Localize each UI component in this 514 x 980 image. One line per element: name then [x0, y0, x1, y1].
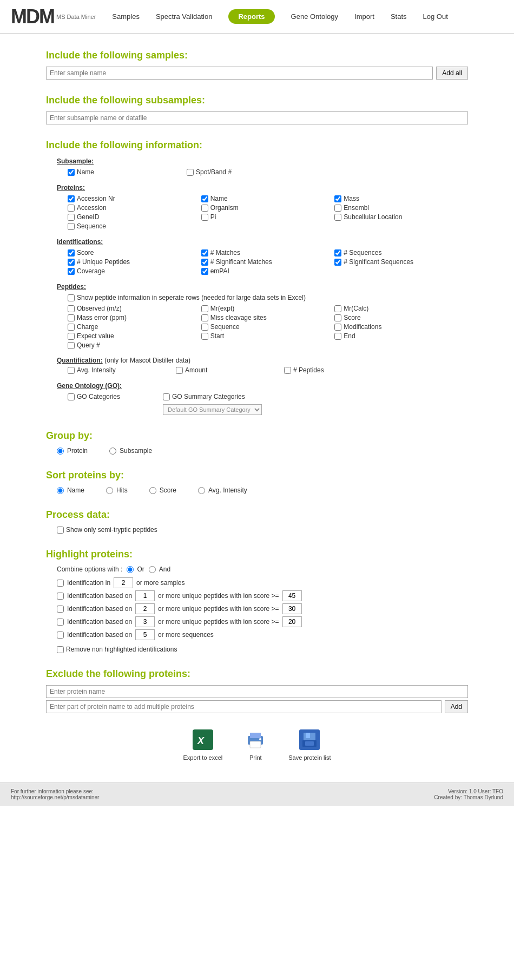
cb-go-summary[interactable]: GO Summary Categories — [163, 393, 262, 400]
ident-col3: # Sequences # Significant Sequences — [334, 249, 468, 277]
cb-unique-peptides[interactable]: # Unique Peptides — [68, 258, 201, 266]
cb-highlight-1[interactable] — [57, 580, 64, 587]
input-ident-based-2[interactable] — [135, 603, 155, 614]
nav-gene-ontology[interactable]: Gene Ontology — [291, 12, 338, 21]
cb-query[interactable]: Query # — [68, 341, 201, 349]
cb-highlight-4[interactable] — [57, 619, 64, 626]
radio-combine-or[interactable]: Or — [127, 565, 144, 573]
cb-ensembl[interactable]: Ensembl — [334, 204, 468, 212]
cb-subcellular[interactable]: Subcellular Location — [334, 213, 468, 221]
nav-stats[interactable]: Stats — [391, 12, 407, 21]
nav-reports[interactable]: Reports — [228, 9, 274, 24]
add-all-button[interactable]: Add all — [436, 67, 468, 80]
nav-import[interactable]: Import — [354, 12, 374, 21]
save-protein-list-label: Save protein list — [288, 754, 331, 761]
cb-name-prot[interactable]: Name — [201, 195, 335, 202]
cb-avg-intensity[interactable]: Avg. Intensity — [68, 366, 154, 374]
cb-score-pep[interactable]: Score — [334, 314, 468, 321]
cb-coverage[interactable]: Coverage — [68, 267, 201, 275]
cb-charge[interactable]: Charge — [68, 323, 201, 331]
highlight-row-2: Identification based on or more unique p… — [57, 590, 468, 601]
cb-semi-tryptic[interactable]: Show only semi-tryptic peptides — [57, 526, 468, 534]
input-ident-in[interactable] — [114, 577, 133, 588]
cb-accession-nr[interactable]: Accession Nr — [68, 195, 201, 202]
cb-num-peptides[interactable]: # Peptides — [284, 366, 371, 374]
cb-sequences[interactable]: # Sequences — [334, 249, 468, 256]
export-excel-label: Export to excel — [183, 754, 222, 761]
combine-row: Combine options with : Or And — [57, 565, 468, 573]
input-ident-based-1[interactable] — [135, 590, 155, 601]
cb-mass[interactable]: Mass — [334, 195, 468, 202]
exclude-protein-input[interactable] — [46, 685, 468, 698]
sort-by-title: Sort proteins by: — [46, 470, 468, 481]
svg-text:X: X — [197, 735, 205, 746]
nav-spectra[interactable]: Spectra Validation — [156, 12, 213, 21]
svg-rect-4 — [250, 741, 261, 748]
navbar: MDM MS Data Miner Samples Spectra Valida… — [0, 0, 514, 34]
proteins-label: Proteins: — [57, 184, 468, 192]
cb-mrcalc[interactable]: Mr(Calc) — [334, 305, 468, 312]
print-button[interactable]: Print — [244, 728, 267, 761]
radio-group-subsample[interactable]: Subsample — [109, 447, 152, 455]
cb-pi[interactable]: Pi — [201, 213, 335, 221]
nav-samples[interactable]: Samples — [112, 12, 140, 21]
cb-highlight-2[interactable] — [57, 593, 64, 600]
information-title: Include the following information: — [46, 140, 468, 151]
exclude-add-button[interactable]: Add — [445, 700, 468, 713]
cb-sequence-prot[interactable]: Sequence — [68, 222, 201, 230]
export-excel-button[interactable]: X Export to excel — [183, 728, 222, 761]
proteins-checkboxes: Accession Nr Accession GeneID Sequence N… — [57, 195, 468, 232]
cb-go-categories[interactable]: GO Categories — [68, 393, 154, 400]
save-protein-list-button[interactable]: Save protein list — [288, 728, 331, 761]
cb-geneid[interactable]: GeneID — [68, 213, 201, 221]
exclude-protein-multi-input[interactable] — [46, 700, 441, 713]
input-score-2[interactable] — [282, 603, 302, 614]
cb-sig-sequences[interactable]: # Significant Sequences — [334, 258, 468, 266]
radio-sort-hits[interactable]: Hits — [106, 486, 128, 494]
cb-observed-mz[interactable]: Observed (m/z) — [68, 305, 201, 312]
input-ident-based-4[interactable] — [135, 629, 155, 640]
ident-cols: Score # Unique Peptides Coverage # Match… — [68, 249, 468, 277]
nav-logout[interactable]: Log Out — [423, 12, 448, 21]
cb-subsample-name[interactable]: Name — [68, 168, 154, 176]
cb-expect-value[interactable]: Expect value — [68, 332, 201, 340]
radio-combine-and[interactable]: And — [149, 565, 170, 573]
go-label: Gene Ontology (GO): — [57, 382, 468, 390]
radio-group-protein[interactable]: Protein — [57, 447, 88, 455]
identifications-checkboxes: Score # Unique Peptides Coverage # Match… — [57, 249, 468, 277]
go-summary-select[interactable]: Default GO Summary Category — [163, 404, 262, 415]
input-ident-based-3[interactable] — [135, 616, 155, 627]
cb-sig-matches[interactable]: # Significant Matches — [201, 258, 335, 266]
cb-score[interactable]: Score — [68, 249, 201, 256]
input-score-1[interactable] — [282, 590, 302, 601]
cb-amount[interactable]: Amount — [176, 366, 262, 374]
go-section: Gene Ontology (GO): GO Categories GO Sum… — [57, 382, 468, 415]
radio-sort-name[interactable]: Name — [57, 486, 84, 494]
cb-remove-highlighted[interactable]: Remove non highlighted identifications — [57, 646, 468, 653]
footer-link[interactable]: http://sourceforge.net/p/msdataminer — [11, 794, 99, 800]
cb-highlight-3[interactable] — [57, 606, 64, 613]
svg-point-5 — [259, 738, 261, 740]
cb-show-peptide-rows[interactable]: Show peptide information in seperate row… — [68, 294, 468, 301]
cb-highlight-5[interactable] — [57, 632, 64, 639]
cb-sequence-pep[interactable]: Sequence — [201, 323, 335, 331]
input-score-3[interactable] — [282, 616, 302, 627]
cb-organism[interactable]: Organism — [201, 204, 335, 212]
section-process-data: Process data: Show only semi-tryptic pep… — [46, 509, 468, 534]
cb-mass-error[interactable]: Mass error (ppm) — [68, 314, 201, 321]
cb-start[interactable]: Start — [201, 332, 335, 340]
cb-mrexpt[interactable]: Mr(expt) — [201, 305, 335, 312]
cb-end[interactable]: End — [334, 332, 468, 340]
cb-miss-cleavage[interactable]: Miss cleavage sites — [201, 314, 335, 321]
sample-name-input[interactable] — [46, 67, 433, 80]
cb-accession[interactable]: Accession — [68, 204, 201, 212]
radio-sort-score[interactable]: Score — [149, 486, 176, 494]
cb-empai[interactable]: emPAI — [201, 267, 335, 275]
radio-sort-avg-intensity[interactable]: Avg. Intensity — [198, 486, 247, 494]
subsample-name-input[interactable] — [46, 111, 468, 124]
cb-subsample-spotband[interactable]: Spot/Band # — [187, 168, 273, 176]
cb-modifications[interactable]: Modifications — [334, 323, 468, 331]
cb-matches[interactable]: # Matches — [201, 249, 335, 256]
process-data-options: Show only semi-tryptic peptides — [46, 526, 468, 534]
footer: For further information please see: http… — [0, 782, 514, 806]
